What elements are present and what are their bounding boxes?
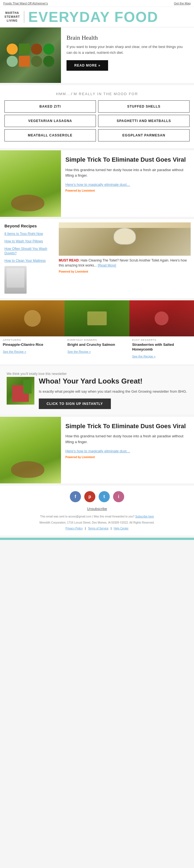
- beyond-left: Beyond Recipes 8 Items to Toss Right Now…: [0, 219, 56, 298]
- food-item: [43, 56, 54, 67]
- facebook-icon[interactable]: f: [70, 491, 81, 502]
- instagram-icon[interactable]: i: [113, 491, 124, 502]
- recipe-title-1: Pineapple-Cilantro Rice: [3, 342, 62, 347]
- beyond-link-4[interactable]: How to Clean Your Mattress: [4, 258, 51, 263]
- recipe-link-3[interactable]: See the Recipe »: [132, 355, 156, 358]
- promo-text: Whoa! Your Yard Looks Great! Is exactly …: [39, 377, 187, 409]
- newsletter-promo: We think you'll totally love this newsle…: [0, 366, 194, 414]
- mood-item-stuffed-shells[interactable]: STUFFED SHELLS: [98, 100, 190, 113]
- powered-by-2: Powered by Liveintent: [65, 456, 190, 459]
- liveintent-logo-beyond: Liveintent: [75, 270, 88, 273]
- promo-subtitle: We think you'll totally love this newsle…: [7, 372, 187, 376]
- mood-grid: BAKED ZITI STUFFED SHELLS VEGETARIAN LAS…: [4, 100, 190, 142]
- viral-section-2: Simple Trick To Eliminate Dust Goes Vira…: [0, 417, 194, 483]
- beyond-link-1[interactable]: 8 Items to Toss Right Now: [4, 231, 51, 236]
- read-more-button[interactable]: READ MORE »: [66, 60, 108, 71]
- brain-health-body: If you want to keep your brain sharp and…: [66, 44, 189, 56]
- brain-health-content: Brain Health If you want to keep your br…: [61, 27, 194, 83]
- beyond-link-2[interactable]: How to Wash Your Pillows: [4, 239, 51, 244]
- footer-links: Privacy Policy | Terms of Service | Help…: [5, 527, 189, 530]
- twitter-icon[interactable]: t: [99, 491, 110, 502]
- viral-content-1: Simple Trick To Eliminate Dust Goes Vira…: [61, 150, 194, 217]
- recipe-info-2: EVERYDAY DINNERS Bright and Crunchy Salm…: [65, 336, 129, 356]
- recipe-title-3: Strawberries with Salted Honeycomb: [132, 342, 191, 352]
- mood-item-meatball-casserole[interactable]: MEATBALL CASSEROLE: [4, 129, 96, 142]
- food-item: [43, 43, 54, 55]
- site-title: EVERYDAY FOOD: [28, 10, 158, 24]
- food-item: [19, 43, 30, 55]
- recipe-title-2: Bright and Crunchy Salmon: [67, 342, 126, 347]
- food-item: [7, 56, 18, 67]
- promo-body: Is exactly what people will say when you…: [39, 389, 187, 395]
- brand-name: MARTHA STEWART LIVING: [4, 11, 24, 23]
- privacy-policy-link[interactable]: Privacy Policy: [65, 527, 83, 530]
- food-item: [7, 43, 18, 55]
- food-item: [31, 43, 42, 55]
- footer-address: Meredith Corporation, 1716 Locust Street…: [5, 520, 189, 525]
- recipe-card-3: EASY DESSERTS Strawberries with Salted H…: [129, 300, 194, 364]
- recipe-image-3: [129, 300, 194, 336]
- mood-item-eggplant[interactable]: EGGPLANT PARMESAN: [98, 129, 190, 142]
- food-item: [19, 56, 30, 67]
- viral2-overlay: [11, 461, 44, 478]
- must-read-label: MUST READ:: [59, 258, 79, 262]
- beyond-heading: Beyond Recipes: [4, 223, 51, 228]
- powered-by-beyond: Powered by Liveintent: [59, 270, 191, 273]
- viral-img-overlay: [11, 195, 44, 211]
- pinterest-icon[interactable]: p: [84, 491, 95, 502]
- recipe-link-2[interactable]: See the Recipe »: [67, 350, 91, 353]
- viral-heading-2: Simple Trick To Eliminate Dust Goes Vira…: [65, 422, 190, 430]
- mood-item-baked-ziti[interactable]: BAKED ZITI: [4, 100, 96, 113]
- promo-image: [7, 377, 34, 405]
- header: MARTHA STEWART LIVING EVERYDAY FOOD: [0, 7, 194, 27]
- mood-title: HMM...I'M REALLY IN THE MOOD FOR: [4, 92, 190, 96]
- recipe-category-1: APPETIZERS: [3, 339, 62, 341]
- top-bar-right-link[interactable]: Get the Mag: [174, 2, 191, 5]
- recipe-link-1[interactable]: See the Recipe »: [3, 350, 26, 353]
- viral-section-1: Simple Trick To Eliminate Dust Goes Vira…: [0, 150, 194, 217]
- viral-image-2: [0, 417, 61, 483]
- recipe-info-1: APPETIZERS Pineapple-Cilantro Rice See t…: [0, 336, 65, 356]
- top-bar-left-link[interactable]: Foods That Ward Off Alzheimer's: [3, 2, 48, 5]
- brain-health-image: [0, 27, 61, 83]
- viral-heading-1: Simple Trick To Eliminate Dust Goes Vira…: [65, 156, 190, 164]
- viral-body-2: How this grandma turned her dusty house …: [65, 433, 190, 445]
- mood-section: HMM...I'M REALLY IN THE MOOD FOR BAKED Z…: [0, 85, 194, 148]
- beyond-links-list: 8 Items to Toss Right Now How to Wash Yo…: [4, 231, 51, 263]
- must-read-text: MUST READ: Hate Cleaning The Toilet? Nev…: [59, 258, 191, 268]
- beyond-link-3[interactable]: How Often Should You Wash Duvets?: [4, 247, 51, 256]
- recipe-image-1: [0, 300, 65, 336]
- footer-divider: [0, 538, 194, 540]
- terms-link[interactable]: Terms of Service: [88, 527, 108, 530]
- newsletter-promo-inner: Whoa! Your Yard Looks Great! Is exactly …: [7, 377, 187, 409]
- recipe-image-2: [65, 300, 129, 336]
- liveintent-logo-1: Liveintent: [82, 189, 95, 192]
- subscribe-here-link[interactable]: Subscribe here: [135, 515, 154, 518]
- powered-by-1: Powered by Liveintent: [65, 189, 190, 192]
- footer-social: f p t i Unsubscribe This email was sent …: [0, 486, 194, 535]
- beyond-toilet-image: [59, 222, 191, 256]
- recipe-card-1: APPETIZERS Pineapple-Cilantro Rice See t…: [0, 300, 65, 364]
- promo-title: Whoa! Your Yard Looks Great!: [39, 377, 187, 385]
- viral-image-1: [0, 150, 61, 217]
- mood-item-vegetarian-lasagna[interactable]: VEGETARIAN LASAGNA: [4, 115, 96, 127]
- brain-health-heading: Brain Health: [66, 34, 189, 41]
- recipe-card-2: EVERYDAY DINNERS Bright and Crunchy Salm…: [65, 300, 129, 364]
- trash-can-image: [4, 266, 27, 294]
- viral-link-2[interactable]: Here's how to magically eliminate dust…: [65, 449, 130, 453]
- food-item: [31, 56, 42, 67]
- liveintent-logo-2: Liveintent: [82, 456, 95, 459]
- read-more-link[interactable]: [Read More]: [98, 264, 116, 267]
- social-icons: f p t i: [5, 491, 189, 502]
- recipes-grid: APPETIZERS Pineapple-Cilantro Rice See t…: [0, 300, 194, 364]
- viral-link-1[interactable]: Here's how to magically eliminate dust…: [65, 183, 130, 187]
- viral-content-2: Simple Trick To Eliminate Dust Goes Vira…: [61, 417, 194, 483]
- mood-item-spaghetti[interactable]: SPAGHETTI AND MEATBALLS: [98, 115, 190, 127]
- viral-body-1: How this grandma turned her dusty house …: [65, 167, 190, 179]
- unsubscribe-link[interactable]: Unsubscribe: [5, 507, 189, 511]
- signup-button[interactable]: CLICK TO SIGN UP INSTANTLY: [39, 399, 111, 409]
- beyond-section: Beyond Recipes 8 Items to Toss Right Now…: [0, 219, 194, 298]
- recipe-category-2: EVERYDAY DINNERS: [67, 339, 126, 341]
- footer-email-note: This email was sent to acooo@gmail.com |…: [5, 514, 189, 519]
- help-center-link[interactable]: Help Center: [114, 527, 128, 530]
